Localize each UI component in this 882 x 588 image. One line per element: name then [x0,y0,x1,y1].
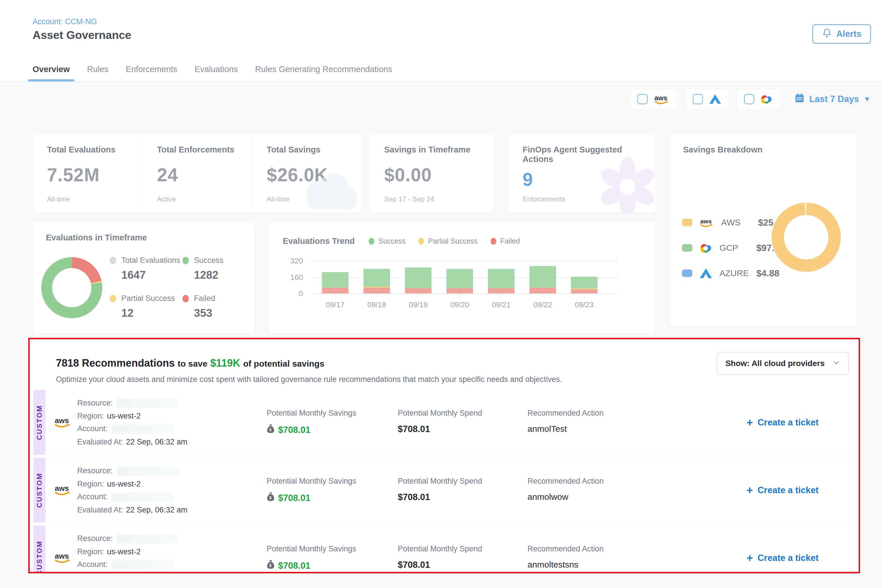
legend-value: 353 [194,307,224,320]
cloud-provider-filter-dropdown[interactable]: Show: All cloud providers [717,352,849,375]
spend-value: $708.01 [398,560,482,570]
provider-filter-gcp[interactable] [737,88,780,110]
tab-label: Overview [33,64,70,74]
account-breadcrumb-link[interactable]: Account: CCM-NG [33,17,97,26]
svg-text:aws: aws [55,416,69,425]
trend-bar-09/17 [322,272,348,293]
card-title: Savings Breakdown [683,145,763,154]
recommendations-subtitle: Optimize your cloud assets and minimize … [56,375,719,384]
x-axis-line [312,293,618,294]
svg-text:$: $ [269,495,272,500]
calendar-icon [794,93,805,105]
x-axis-label: 09/17 [315,300,356,309]
legend-value: 1647 [122,269,183,281]
azure-logo-icon [709,94,722,104]
evaluations-in-timeframe-card: Evaluations in Timeframe Total Evaluatio… [33,222,255,333]
bar-segment [488,288,514,293]
create-ticket-button[interactable]: + Create a ticket [747,552,819,564]
legend-dot [110,257,116,264]
create-ticket-button[interactable]: + Create a ticket [747,485,819,496]
recommendations-savings-highlight: $119K [210,357,240,369]
provider-checkbox[interactable] [693,94,703,104]
money-bag-icon: $ [267,424,275,436]
savings-value: $ $708.01 [267,424,356,436]
stat-title: Total Savings [267,145,356,154]
provider-checkbox[interactable] [637,94,648,104]
trend-bar-chart: 016032009/1709/1809/1909/2009/2109/2209/… [269,222,656,333]
recommendation-rows: CUSTOM aws Resource: Region:us-west-2 Ac… [31,388,858,573]
stat-title: Savings in Timeframe [384,145,488,154]
account-label: Account: [77,560,108,569]
svg-text:$: $ [269,428,272,432]
tab-overview[interactable]: Overview [33,64,70,82]
column-label: Potential Monthly Savings [267,409,356,418]
tab-label: Rules [87,64,108,74]
legend-dot [183,295,189,302]
gcp-logo-icon [699,243,712,253]
column-label: Recommended Action [528,544,604,554]
date-range-label: Last 7 Days [809,94,859,104]
svg-text:aws: aws [55,484,69,493]
potential-monthly-spend: Potential Monthly Spend $708.01 [398,477,482,502]
potential-monthly-spend: Potential Monthly Spend $708.01 [398,544,482,570]
custom-tag-badge: CUSTOM [33,458,45,523]
summary-stats-card: Total Evaluations 7.52M All-time Total E… [33,134,362,212]
bar-segment [571,277,597,288]
filter-bar: aws Last 7 Days ▼ [0,82,882,116]
recommendation-row: CUSTOM aws Resource: Region:us-west-2 Ac… [31,524,858,573]
create-ticket-label: Create a ticket [758,485,819,495]
create-ticket-button[interactable]: + Create a ticket [747,417,819,428]
bar-segment [530,288,556,293]
y-axis-tick-label: 0 [274,289,303,298]
gcp-logo-icon [760,94,773,104]
provider-name: AZURE [719,268,749,278]
legend-item: Failed 353 [183,294,224,320]
provider-filter-aws[interactable]: aws [630,88,677,110]
money-bag-icon: $ [267,492,275,504]
legend-label: Partial Success [122,294,175,303]
stat-caption: All-time [267,195,356,203]
x-axis-label: 09/18 [357,300,397,309]
bar-segment [322,272,348,287]
legend-item: Partial Success 12 [110,294,183,320]
stat-caption: All-time [47,195,136,203]
spend-value: $708.01 [398,492,482,502]
potential-monthly-spend: Potential Monthly Spend $708.01 [398,409,482,434]
custom-tag-badge: CUSTOM [33,390,45,455]
stat-caption: Sep 17 - Sep 24 [384,195,488,203]
potential-monthly-savings: Potential Monthly Savings $ $708.01 [267,544,356,572]
column-label: Recommended Action [528,477,604,486]
date-range-selector[interactable]: Last 7 Days ▼ [794,93,870,105]
tab-rules-generating-recommendations[interactable]: Rules Generating Recommendations [255,64,392,82]
x-axis-label: 09/23 [564,300,604,309]
resource-fields: Resource: Region:us-west-2 Account: Eval… [77,398,188,447]
redacted-resource-value [117,534,179,544]
column-label: Potential Monthly Spend [398,477,482,486]
tab-enforcements[interactable]: Enforcements [126,64,177,82]
plus-icon: + [747,552,753,564]
x-axis-tick [418,293,418,297]
recommended-action: Recommended Action anmolwow [528,477,604,502]
x-axis-tick [584,293,585,297]
redacted-account-value [111,492,174,501]
savings-value: $ $708.01 [267,492,356,504]
provider-filter-azure[interactable] [686,88,729,110]
alerts-button[interactable]: Alerts [812,24,871,44]
bar-segment [363,269,390,287]
plus-icon: + [747,485,753,496]
x-axis-tick [543,293,543,297]
tab-evaluations[interactable]: Evaluations [195,64,238,82]
stat-value: 9 [523,169,650,190]
recommendations-count: 7818 Recommendations [56,357,175,369]
redacted-account-value [111,424,174,434]
savings-legend-item: aws AWS $25.9K [682,214,788,231]
provider-checkbox[interactable] [744,94,754,104]
resource-fields: Resource: Region:us-west-2 Account: Eval… [77,534,188,573]
recommendations-title: 7818 Recommendations to save $119K of po… [56,357,719,369]
legend-value: 1282 [194,269,224,281]
tab-rules[interactable]: Rules [87,64,108,82]
create-ticket-label: Create a ticket [758,553,819,563]
chevron-down-icon: ▼ [864,95,870,103]
tab-label: Evaluations [195,64,238,74]
recommended-action: Recommended Action anmoltestsns [528,544,604,570]
